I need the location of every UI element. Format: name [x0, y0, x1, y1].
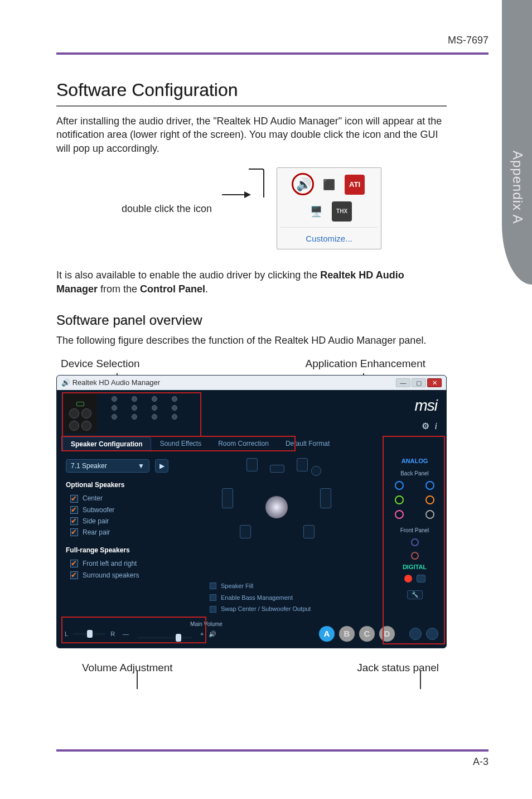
footer-rule — [56, 749, 489, 752]
leader-line — [137, 670, 138, 689]
digital-label: DIGITAL — [388, 563, 442, 571]
minimize-button[interactable]: — — [396, 378, 410, 387]
section-title: Software Configuration — [56, 78, 447, 107]
window-title: Realtek HD Audio Manager — [72, 378, 161, 387]
tray-customize-link[interactable]: Customize... — [280, 230, 378, 247]
monitor-icon[interactable]: 🖥️ — [306, 201, 326, 222]
tab-room-correction[interactable]: Room Correction — [210, 437, 277, 451]
thx-mode-b[interactable]: B — [339, 626, 355, 642]
output-device-icon[interactable] — [64, 394, 97, 433]
realtek-audio-icon[interactable]: 🔊 — [293, 175, 313, 195]
front-panel-label: Front Panel — [388, 527, 442, 535]
maximize-button[interactable]: ▢ — [412, 378, 426, 387]
jack-rear[interactable] — [425, 510, 434, 519]
fullrange-surround[interactable]: Surround speakers — [66, 570, 193, 581]
thx-mode-c[interactable]: C — [359, 626, 375, 642]
speaker-test-play-button[interactable]: ▶ — [155, 459, 168, 473]
jack-side[interactable] — [425, 481, 434, 490]
msi-logo: msi — [414, 395, 437, 416]
gear-icon[interactable]: ⚙ — [422, 420, 429, 432]
tab-speaker-configuration[interactable]: Speaker Configuration — [62, 437, 151, 451]
appendix-label: Appendix A — [510, 151, 525, 224]
opt-side-pair[interactable]: Side pair — [66, 516, 193, 527]
jack-front-out[interactable] — [395, 495, 404, 504]
volume-adjustment-area[interactable]: L R — Main Volume + 🔊 — [65, 629, 216, 639]
window-titlebar: 🔊 Realtek HD Audio Manager —▢✕ — [57, 376, 446, 390]
thx-mode-a[interactable]: A — [319, 626, 335, 642]
also-available-text: It is also available to enable the audio… — [56, 268, 447, 296]
header-rule — [56, 52, 489, 55]
opt-center[interactable]: Center — [66, 493, 193, 504]
model-number: MS-7697 — [448, 35, 489, 46]
toggle-speaker-fill[interactable]: Speaker Fill — [210, 582, 311, 590]
rear-jack-art — [104, 396, 177, 431]
toggle-swap-center-sub[interactable]: Swap Center / Subwoofer Output — [210, 605, 311, 613]
opt-subwoofer[interactable]: Subwoofer — [66, 504, 193, 516]
balance-slider[interactable] — [72, 633, 106, 635]
thx-option-1[interactable] — [409, 628, 422, 640]
speaker-layout-diagram — [207, 455, 377, 585]
tab-default-format[interactable]: Default Format — [278, 437, 337, 451]
nvidia-icon[interactable]: ⬛ — [319, 175, 339, 195]
speaker-mode-select[interactable]: 7.1 Speaker▼ — [66, 459, 149, 473]
info-icon[interactable]: i — [435, 420, 437, 432]
overview-desc: The following figure describes the funct… — [56, 334, 447, 347]
annotation-jack-status: Jack status panel — [357, 661, 439, 675]
realtek-audio-manager-window: 🔊 Realtek HD Audio Manager —▢✕ — [56, 375, 447, 648]
section-intro: After installing the audio driver, the "… — [56, 114, 447, 155]
leader-line — [420, 670, 421, 689]
jack-mic[interactable] — [395, 510, 404, 519]
chevron-down-icon: ▼ — [138, 461, 144, 470]
thx-option-2[interactable] — [426, 628, 438, 640]
thx-mode-d[interactable]: D — [379, 626, 395, 642]
system-tray: 🔊 ⬛ ATI 🖥️ THX Customize... — [277, 167, 381, 249]
fullrange-title: Full-range Speakers — [66, 546, 193, 555]
thx-tray-icon[interactable]: THX — [332, 201, 352, 222]
fullrange-front[interactable]: Front left and right — [66, 558, 193, 569]
jack-center-sub[interactable] — [425, 495, 434, 504]
main-volume-slider[interactable] — [137, 637, 192, 639]
page-number: A-3 — [56, 756, 489, 768]
digital-coax-icon[interactable] — [417, 575, 425, 583]
appendix-side-tab: Appendix A — [502, 0, 532, 799]
annotation-volume-adjustment: Volume Adjustment — [82, 661, 173, 675]
front-jack-2[interactable] — [411, 552, 419, 560]
toggle-bass-management[interactable]: Enable Bass Management — [210, 594, 311, 602]
thx-mode-row: A B C D — [319, 626, 438, 642]
tab-sound-effects[interactable]: Sound Effects — [152, 437, 210, 451]
digital-optical-icon[interactable] — [404, 575, 412, 583]
window-controls[interactable]: —▢✕ — [395, 378, 442, 388]
double-click-label: double click the icon — [122, 202, 212, 215]
main-volume-label: Main Volume — [190, 620, 246, 628]
analog-label: ANALOG — [388, 457, 442, 465]
device-selection-area[interactable]: msi ⚙ i — [57, 390, 446, 437]
back-panel-label: Back Panel — [388, 470, 442, 478]
ati-icon[interactable]: ATI — [345, 175, 365, 195]
connector-settings-icon[interactable]: 🔧 — [407, 590, 423, 599]
jack-status-panel: ANALOG Back Panel Front Panel — [383, 451, 446, 619]
close-button[interactable]: ✕ — [427, 378, 442, 387]
opt-rear-pair[interactable]: Rear pair — [66, 527, 193, 538]
optional-speakers-title: Optional Speakers — [66, 480, 193, 489]
jack-line-in[interactable] — [395, 481, 404, 490]
annotation-app-enhancement: Application Enhancement — [306, 357, 425, 371]
annotation-device-selection: Device Selection — [61, 357, 140, 371]
speaker-volume-icon[interactable]: 🔊 — [209, 630, 216, 638]
overview-title: Software panel overview — [56, 311, 447, 329]
front-jack-1[interactable] — [411, 538, 419, 546]
